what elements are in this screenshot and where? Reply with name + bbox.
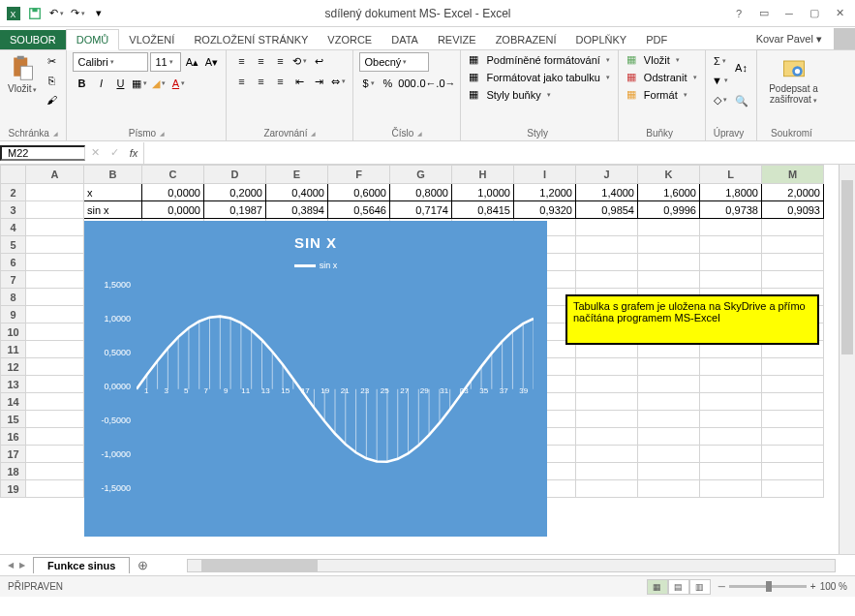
cell[interactable] [26,254,84,271]
cell[interactable] [26,376,84,393]
cell[interactable] [700,236,762,254]
cell[interactable]: 0,9093 [762,201,824,219]
row-header-8[interactable]: 8 [1,289,26,306]
cell[interactable]: 1,2000 [514,184,576,201]
align-right-icon[interactable]: ≡ [271,73,289,90]
sign-encrypt-button[interactable]: Podepsat a zašifrovat [763,52,825,107]
cell[interactable]: 0,8000 [390,184,452,201]
cell[interactable]: 1,0000 [452,184,514,201]
orientation-icon[interactable]: ⟲ [290,52,308,70]
find-select-icon[interactable]: 🔍 [733,85,750,116]
cell[interactable] [700,271,762,289]
cell[interactable] [638,236,700,254]
percent-icon[interactable]: % [379,75,396,92]
cell[interactable] [638,358,700,376]
delete-cells-button[interactable]: ▦Odstranit [625,70,699,85]
help-icon[interactable]: ? [727,4,750,23]
bold-button[interactable]: B [73,75,90,92]
cell[interactable] [638,271,700,289]
user-avatar-icon[interactable] [834,28,855,49]
tab-revize[interactable]: REVIZE [428,30,486,49]
cell[interactable] [26,463,84,480]
scrollbar-thumb[interactable] [201,560,318,571]
col-header-C[interactable]: C [142,166,204,184]
cell[interactable] [700,480,762,498]
italic-button[interactable]: I [92,75,109,92]
cell[interactable]: x [84,184,142,201]
format-painter-icon[interactable]: 🖌 [43,91,60,108]
copy-icon[interactable]: ⎘ [43,72,60,89]
cell[interactable] [762,480,824,498]
cell[interactable] [638,219,700,236]
cell[interactable] [700,219,762,236]
cell[interactable] [762,428,824,446]
cell[interactable] [762,393,824,411]
cell[interactable]: 0,1987 [204,201,266,219]
row-header-19[interactable]: 19 [1,480,26,498]
tab-pdf[interactable]: PDF [636,30,677,49]
col-header-J[interactable]: J [576,166,638,184]
cell[interactable] [26,236,84,254]
cell[interactable]: 1,6000 [638,184,700,201]
horizontal-scrollbar[interactable] [187,559,836,572]
row-header-10[interactable]: 10 [1,323,26,341]
redo-icon[interactable]: ↷ [68,4,87,23]
view-page-break-icon[interactable]: ▥ [689,579,711,595]
cell[interactable] [762,376,824,393]
cell[interactable] [576,358,638,376]
cell[interactable] [576,480,638,498]
col-header-E[interactable]: E [266,166,328,184]
indent-decrease-icon[interactable]: ⇤ [290,73,308,90]
col-header-D[interactable]: D [204,166,266,184]
merge-icon[interactable]: ⇔ [329,73,347,90]
cell[interactable] [576,254,638,271]
row-header-6[interactable]: 6 [1,254,26,271]
cell[interactable] [762,358,824,376]
row-header-9[interactable]: 9 [1,306,26,323]
cell[interactable] [26,411,84,428]
cancel-formula-icon[interactable]: ✕ [85,142,105,164]
cell[interactable] [762,446,824,463]
row-header-5[interactable]: 5 [1,236,26,254]
number-format-combo[interactable]: Obecný [359,52,429,72]
cell[interactable] [26,358,84,376]
col-header-M[interactable]: M [762,166,824,184]
col-header-K[interactable]: K [638,166,700,184]
underline-button[interactable]: U [111,75,129,92]
cell[interactable] [638,428,700,446]
cell[interactable]: 0,0000 [142,184,204,201]
cell[interactable] [576,271,638,289]
col-header-B[interactable]: B [84,166,142,184]
tab-rozloenstrnky[interactable]: ROZLOŽENÍ STRÁNKY [184,30,318,49]
cell[interactable] [576,393,638,411]
name-box[interactable] [0,145,85,161]
qat-customize-icon[interactable]: ▾ [89,4,108,23]
fill-icon[interactable]: ▼ [712,72,729,89]
cell[interactable] [638,376,700,393]
zoom-in-icon[interactable]: + [810,581,816,592]
cell[interactable]: sin x [84,201,142,219]
row-header-11[interactable]: 11 [1,341,26,358]
tab-vloen[interactable]: VLOŽENÍ [119,30,184,49]
cell[interactable] [700,411,762,428]
indent-increase-icon[interactable]: ⇥ [310,73,327,90]
font-color-button[interactable]: A [169,75,187,92]
tab-dom[interactable]: DOMŮ [66,29,120,50]
row-header-13[interactable]: 13 [1,376,26,393]
cell[interactable] [638,254,700,271]
cell[interactable] [638,393,700,411]
align-center-icon[interactable]: ≡ [252,73,269,90]
cell[interactable] [26,219,84,236]
fill-color-button[interactable]: ◢ [150,75,168,92]
format-cells-button[interactable]: ▦Formát [625,87,689,103]
view-page-layout-icon[interactable]: ▤ [668,579,689,595]
cell[interactable] [26,393,84,411]
cell[interactable] [576,411,638,428]
align-middle-icon[interactable]: ≡ [252,52,269,70]
align-left-icon[interactable]: ≡ [232,73,250,90]
row-header-3[interactable]: 3 [1,201,26,219]
cell[interactable] [576,428,638,446]
row-header-14[interactable]: 14 [1,393,26,411]
cell[interactable] [576,219,638,236]
cell[interactable] [700,376,762,393]
